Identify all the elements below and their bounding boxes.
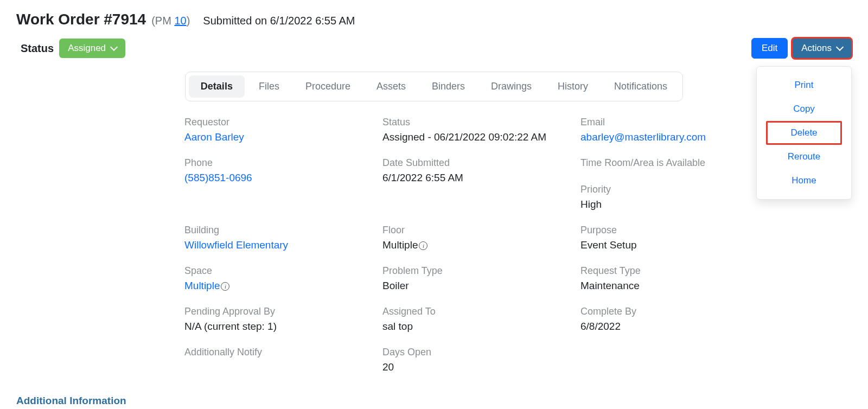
empty-cell — [580, 347, 768, 373]
status-field-value: Assigned - 06/21/2022 09:02:22 AM — [382, 131, 570, 143]
tab-procedure[interactable]: Procedure — [293, 75, 362, 98]
space-text[interactable]: Multiple — [184, 280, 220, 291]
field-problem-type: Problem Type Boiler — [382, 265, 570, 292]
phone-label: Phone — [184, 157, 372, 169]
pending-approval-value: N/A (current step: 1) — [184, 321, 372, 333]
status-bar: Status Assigned Edit Actions Print Copy … — [16, 38, 852, 59]
tabs: Details Files Procedure Assets Binders D… — [185, 72, 683, 101]
page-header: Work Order #7914 (PM 10) Submitted on 6/… — [16, 11, 852, 28]
priority-value: High — [580, 199, 768, 210]
pm-link[interactable]: 10 — [174, 15, 186, 27]
info-icon[interactable]: i — [419, 241, 427, 250]
request-type-value: Maintenance — [580, 280, 768, 292]
priority-label: Priority — [580, 184, 768, 195]
action-delete[interactable]: Delete — [766, 121, 841, 145]
assigned-to-label: Assigned To — [382, 306, 570, 317]
space-value: Multiplei — [184, 280, 372, 292]
tab-binders[interactable]: Binders — [420, 75, 477, 98]
building-value[interactable]: Willowfield Elementary — [184, 239, 372, 251]
assigned-to-value: sal top — [382, 321, 570, 333]
field-time-room-priority: Time Room/Area is Available Priority Hig… — [580, 157, 768, 210]
field-purpose: Purpose Event Setup — [580, 225, 768, 251]
date-submitted-label: Date Submitted — [382, 157, 570, 169]
phone-value[interactable]: (585)851-0696 — [184, 172, 372, 184]
status-badge-text: Assigned — [68, 43, 106, 54]
floor-text: Multiple — [382, 239, 418, 251]
pending-approval-label: Pending Approval By — [184, 306, 372, 317]
complete-by-label: Complete By — [580, 306, 768, 317]
tab-files[interactable]: Files — [247, 75, 291, 98]
tab-history[interactable]: History — [546, 75, 600, 98]
edit-button[interactable]: Edit — [751, 38, 788, 59]
tabs-container: Details Files Procedure Assets Binders D… — [16, 72, 852, 101]
tab-details[interactable]: Details — [189, 75, 245, 98]
chevron-down-icon — [836, 43, 844, 51]
action-buttons: Edit Actions Print Copy Delete Reroute H… — [751, 38, 852, 59]
field-status: Status Assigned - 06/21/2022 09:02:22 AM — [382, 117, 570, 143]
problem-type-value: Boiler — [382, 280, 570, 292]
field-floor: Floor Multiplei — [382, 225, 570, 251]
page-title: Work Order #7914 — [16, 11, 146, 28]
requestor-label: Requestor — [184, 117, 372, 128]
field-email: Email abarley@masterlibrary.com — [580, 117, 768, 143]
email-value[interactable]: abarley@masterlibrary.com — [580, 131, 768, 143]
space-label: Space — [184, 265, 372, 277]
actions-button[interactable]: Actions — [792, 38, 852, 59]
days-open-value: 20 — [382, 361, 570, 373]
floor-value: Multiplei — [382, 239, 570, 251]
tab-drawings[interactable]: Drawings — [479, 75, 544, 98]
field-building: Building Willowfield Elementary — [184, 225, 372, 251]
time-room-label: Time Room/Area is Available — [580, 157, 768, 169]
details-grid: Requestor Aaron Barley Status Assigned -… — [100, 117, 768, 373]
actions-dropdown-menu: Print Copy Delete Reroute Home — [756, 66, 852, 200]
field-phone: Phone (585)851-0696 — [184, 157, 372, 210]
action-print[interactable]: Print — [766, 73, 841, 97]
status-dropdown[interactable]: Assigned — [59, 39, 125, 58]
field-additionally-notify: Additionally Notify — [184, 347, 372, 373]
building-label: Building — [184, 225, 372, 236]
purpose-label: Purpose — [580, 225, 768, 236]
requestor-value[interactable]: Aaron Barley — [184, 131, 372, 143]
chevron-down-icon — [110, 43, 118, 51]
complete-by-value: 6/8/2022 — [580, 321, 768, 333]
email-label: Email — [580, 117, 768, 128]
field-pending-approval: Pending Approval By N/A (current step: 1… — [184, 306, 372, 333]
field-complete-by: Complete By 6/8/2022 — [580, 306, 768, 333]
action-home[interactable]: Home — [766, 169, 841, 193]
field-days-open: Days Open 20 — [382, 347, 570, 373]
field-request-type: Request Type Maintenance — [580, 265, 768, 292]
field-space: Space Multiplei — [184, 265, 372, 292]
tab-notifications[interactable]: Notifications — [602, 75, 679, 98]
date-submitted-value: 6/1/2022 6:55 AM — [382, 172, 570, 184]
action-reroute[interactable]: Reroute — [766, 145, 841, 169]
info-icon[interactable]: i — [221, 282, 229, 291]
pm-suffix: ) — [187, 15, 190, 27]
submitted-on: Submitted on 6/1/2022 6:55 AM — [203, 15, 355, 27]
status-field-label: Status — [382, 117, 570, 128]
days-open-label: Days Open — [382, 347, 570, 358]
additional-information-heading: Additional Information — [16, 395, 852, 407]
action-copy[interactable]: Copy — [766, 97, 841, 121]
field-assigned-to: Assigned To sal top — [382, 306, 570, 333]
actions-wrap: Actions Print Copy Delete Reroute Home — [792, 38, 852, 59]
floor-label: Floor — [382, 225, 570, 236]
additionally-notify-label: Additionally Notify — [184, 347, 372, 358]
pm-prefix: (PM — [151, 15, 174, 27]
purpose-value: Event Setup — [580, 239, 768, 251]
tab-assets[interactable]: Assets — [365, 75, 418, 98]
problem-type-label: Problem Type — [382, 265, 570, 277]
field-requestor: Requestor Aaron Barley — [184, 117, 372, 143]
pm-reference: (PM 10) — [151, 15, 190, 27]
request-type-label: Request Type — [580, 265, 768, 277]
status-label: Status — [21, 42, 54, 55]
actions-button-label: Actions — [801, 43, 832, 54]
field-date-submitted: Date Submitted 6/1/2022 6:55 AM — [382, 157, 570, 210]
